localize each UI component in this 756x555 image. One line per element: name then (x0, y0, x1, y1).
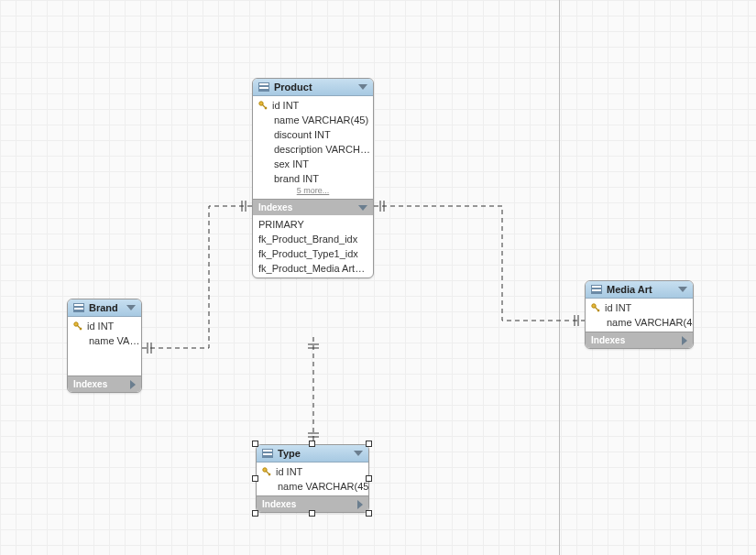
entity-media-art[interactable]: Media Art id INT name VARCHAR(45) Indexe… (585, 280, 694, 349)
column-label: id INT (272, 100, 299, 111)
column-icon (258, 130, 269, 139)
entity-product[interactable]: Product id INT name VARCHAR(45) discount… (252, 78, 374, 278)
section-label: Indexes (73, 379, 107, 389)
chevron-down-icon[interactable] (678, 287, 687, 292)
indexes-header[interactable]: Indexes (253, 199, 373, 215)
diagram-canvas[interactable]: Product id INT name VARCHAR(45) discount… (0, 0, 756, 555)
chevron-down-icon (358, 205, 367, 211)
column-label: id INT (87, 321, 114, 332)
column-row[interactable]: id INT (68, 319, 141, 333)
table-icon (591, 285, 602, 294)
table-icon (262, 449, 273, 458)
column-icon (258, 159, 269, 169)
column-icon (258, 174, 269, 183)
column-label: discount INT (274, 129, 331, 140)
entity-title: Product (274, 82, 312, 92)
column-label: name VARCHAR(45) (278, 481, 368, 492)
primary-key-icon (591, 303, 600, 312)
column-list: id INT name VA… (68, 317, 141, 375)
column-list: id INT name VARCHAR(45) (586, 299, 693, 332)
relationship-lines (0, 0, 756, 555)
chevron-right-icon (357, 500, 363, 509)
vertical-guide[interactable] (559, 0, 560, 555)
selection-handle[interactable] (252, 475, 258, 482)
entity-type[interactable]: Type id INT name VARCHAR(45) Indexes (256, 444, 369, 513)
section-label: Indexes (591, 335, 625, 345)
selection-handle[interactable] (252, 441, 258, 447)
more-columns-link[interactable]: 5 more... (253, 186, 373, 197)
chevron-down-icon[interactable] (354, 451, 363, 456)
selection-handle[interactable] (366, 510, 372, 517)
entity-title: Media Art (607, 284, 652, 295)
entity-title: Brand (89, 302, 118, 313)
index-row[interactable]: fk_Product_Type1_idx (253, 246, 373, 261)
column-label: sex INT (274, 158, 309, 169)
selection-handle[interactable] (309, 510, 315, 517)
entity-title: Type (278, 448, 301, 459)
index-list: PRIMARY fk_Product_Brand_idx fk_Product_… (253, 215, 373, 278)
selection-handle[interactable] (252, 510, 258, 517)
column-row[interactable]: brand INT (253, 171, 373, 186)
entity-header[interactable]: Type (257, 445, 368, 462)
chevron-right-icon (130, 380, 136, 389)
column-label: id INT (276, 466, 302, 477)
column-list: id INT name VARCHAR(45) (257, 462, 368, 495)
entity-header[interactable]: Brand (68, 299, 141, 317)
entity-brand[interactable]: Brand id INT name VA… Indexes (67, 299, 142, 393)
primary-key-icon (262, 467, 271, 476)
column-label: name VARCHAR(45) (607, 317, 693, 328)
primary-key-icon (258, 101, 268, 110)
column-label: description VARCH… (274, 144, 370, 155)
column-label: name VA… (89, 335, 139, 346)
column-row[interactable]: id INT (253, 98, 373, 113)
index-row[interactable]: fk_Product_Media Art… (253, 261, 373, 276)
selection-handle[interactable] (366, 441, 372, 447)
indexes-header[interactable]: Indexes (68, 375, 141, 392)
entity-header[interactable]: Media Art (586, 281, 693, 299)
selection-handle[interactable] (309, 441, 315, 447)
column-row[interactable]: discount INT (253, 127, 373, 142)
column-row[interactable]: description VARCH… (253, 142, 373, 157)
primary-key-icon (73, 321, 82, 331)
column-icon (73, 336, 84, 345)
section-label: Indexes (258, 202, 292, 212)
column-label: id INT (605, 302, 631, 313)
column-icon (258, 115, 269, 125)
table-icon (258, 82, 269, 92)
column-row[interactable]: id INT (257, 464, 368, 479)
column-label: name VARCHAR(45) (274, 114, 368, 125)
index-row[interactable]: fk_Product_Brand_idx (253, 232, 373, 246)
column-row[interactable]: name VARCHAR(45) (253, 113, 373, 127)
column-row[interactable]: name VA… (68, 333, 141, 348)
section-label: Indexes (262, 499, 296, 509)
indexes-header[interactable]: Indexes (586, 332, 693, 348)
column-row[interactable]: name VARCHAR(45) (586, 315, 693, 330)
column-icon (591, 318, 602, 327)
column-row[interactable]: name VARCHAR(45) (257, 479, 368, 494)
column-row[interactable]: sex INT (253, 157, 373, 171)
entity-header[interactable]: Product (253, 79, 373, 96)
column-label: brand INT (274, 173, 319, 184)
table-icon (73, 303, 84, 312)
selection-handle[interactable] (366, 475, 372, 482)
column-list: id INT name VARCHAR(45) discount INT des… (253, 96, 373, 199)
column-icon (258, 145, 269, 154)
chevron-down-icon[interactable] (126, 305, 136, 310)
column-row[interactable]: id INT (586, 300, 693, 315)
chevron-down-icon[interactable] (358, 84, 367, 90)
column-icon (262, 482, 273, 491)
chevron-right-icon (682, 336, 687, 345)
index-row[interactable]: PRIMARY (253, 217, 373, 232)
